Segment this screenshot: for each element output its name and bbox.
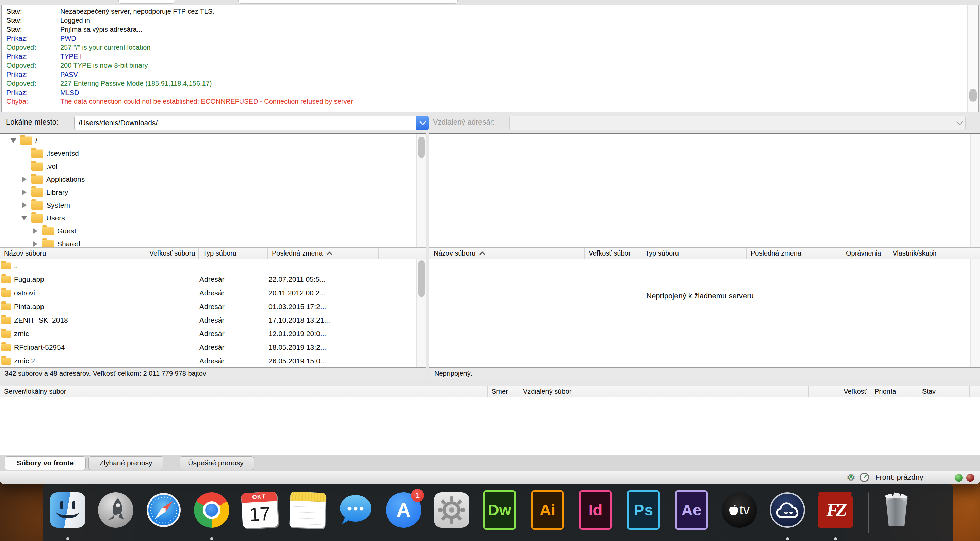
dock-trash-icon[interactable] (879, 492, 914, 528)
local-files-scrollbar-thumb[interactable] (418, 260, 425, 297)
tree-item[interactable]: Guest (0, 224, 426, 237)
chevron-down-icon (419, 118, 426, 125)
dock-cloudapp-icon[interactable] (770, 492, 805, 528)
column-header-type[interactable]: Typ súboru (199, 248, 268, 259)
log-entry-text: PWD (60, 34, 76, 43)
dock-chrome-icon[interactable] (194, 492, 229, 528)
macos-dock: OKT 17 A 1 (43, 484, 953, 541)
file-row[interactable]: zrnic 2 Adresár 26.05.2019 15:0... (0, 354, 426, 368)
dock-photoshop-icon[interactable]: Ps (626, 492, 661, 528)
log-entry: Odpoveď: 257 "/" is your current locatio… (2, 43, 967, 52)
local-site-dropdown-button[interactable] (417, 116, 429, 130)
file-row[interactable]: zrnic Adresár 12.01.2019 20:0... (0, 327, 426, 341)
dock-apple-tv-icon[interactable]: tv (722, 492, 757, 528)
tree-item-label: .fseventsd (46, 150, 79, 158)
dock-safari-icon[interactable] (146, 492, 181, 528)
dock-illustrator-icon[interactable]: Ai (530, 492, 565, 528)
log-entry-label: Odpoveď: (2, 43, 60, 52)
tree-item[interactable]: .fseventsd (0, 147, 426, 160)
column-header-server-local-file[interactable]: Server/lokálny súbor (0, 386, 488, 397)
file-row[interactable]: RFclipart-52954 Adresár 18.05.2019 13:2.… (0, 341, 426, 354)
expand-arrow-icon[interactable] (22, 176, 27, 182)
file-type: Adresár (199, 289, 269, 297)
tree-scrollbar[interactable] (417, 134, 426, 247)
file-row[interactable]: ZENIT_SK_2018 Adresár 17.10.2018 13:21..… (0, 313, 426, 327)
dock-indesign-icon[interactable]: Id (578, 492, 613, 528)
tree-scrollbar-thumb[interactable] (418, 137, 425, 158)
file-row[interactable]: ostrovi Adresár 20.11.2012 00:2... (0, 286, 426, 300)
column-header-name[interactable]: Názov súboru (430, 248, 585, 259)
expand-arrow-icon[interactable] (22, 189, 27, 195)
dock-finder-icon[interactable] (50, 492, 86, 528)
dock-notes-icon[interactable] (290, 492, 325, 528)
tree-item-label: .vol (46, 162, 57, 170)
file-name: ZENIT_SK_2018 (14, 316, 145, 324)
tree-item-label: Users (46, 214, 65, 222)
column-header-modified[interactable]: Posledná zmena (746, 248, 842, 259)
dock-system-preferences-icon[interactable] (434, 492, 469, 528)
collapse-arrow-icon[interactable] (10, 138, 16, 143)
dock-after-effects-icon[interactable]: Ae (674, 492, 709, 528)
collapse-arrow-icon[interactable] (21, 216, 27, 221)
column-header-type[interactable]: Typ súboru (641, 248, 746, 259)
file-modified: 18.05.2019 13:2... (269, 343, 350, 352)
dock-messages-icon[interactable] (338, 492, 373, 528)
queue-tabs: Súbory vo fronte Zlyhané prenosy Úspešné… (0, 455, 980, 471)
dock-appstore-icon[interactable]: A 1 (386, 492, 421, 528)
indesign-letters: Id (579, 490, 612, 530)
tree-item[interactable]: / (0, 134, 426, 147)
calendar-day: 17 (242, 501, 278, 527)
tree-item[interactable]: Library (0, 186, 426, 199)
remote-site-dropdown-button[interactable] (953, 116, 966, 130)
folder-icon (2, 358, 11, 365)
column-header-permissions[interactable]: Oprávnenia (842, 248, 888, 259)
column-header-remote-file[interactable]: Vzdialený súbor (519, 386, 809, 397)
column-header-direction[interactable]: Smer (488, 386, 519, 397)
local-files-scrollbar[interactable] (417, 259, 426, 368)
tab-successful-transfers[interactable]: Úspešné prenosy: (180, 456, 254, 470)
column-header-size[interactable]: Veľkosť (809, 386, 870, 397)
remote-files-scrollbar[interactable] (970, 259, 980, 368)
file-row[interactable]: .. (0, 259, 426, 272)
local-site-combo[interactable]: /Users/denis/Downloads/ (74, 116, 429, 130)
dock-calendar-icon[interactable]: OKT 17 (242, 492, 277, 528)
remote-site-combo[interactable] (509, 116, 966, 130)
tree-item-label: Library (46, 188, 68, 196)
tree-item[interactable]: Users (0, 212, 426, 224)
log-scrollbar[interactable] (967, 5, 978, 112)
file-type: Adresár (199, 316, 269, 324)
dock-dreamweaver-icon[interactable]: Dw (482, 492, 517, 528)
tab-failed-transfers[interactable]: Zlyhané prenosy (89, 456, 163, 470)
log-scrollbar-thumb[interactable] (969, 89, 977, 102)
speed-limit-icon[interactable] (859, 473, 869, 482)
expand-arrow-icon[interactable] (33, 241, 37, 247)
log-entry-text: 257 "/" is your current location (60, 43, 150, 52)
tree-item-label: Shared (57, 240, 80, 247)
tree-item[interactable]: .vol (0, 160, 426, 173)
tab-files-in-queue[interactable]: Súbory vo fronte (5, 456, 86, 470)
tree-item[interactable]: Applications (0, 173, 426, 186)
log-entry-text: Logged in (60, 16, 90, 25)
log-entry-label: Príkaz: (2, 70, 60, 79)
file-row[interactable]: Fugu.app Adresár 22.07.2011 05:5... (0, 272, 426, 286)
file-name: Fugu.app (14, 275, 145, 283)
file-modified: 20.11.2012 00:2... (269, 289, 350, 297)
column-header-owner[interactable]: Vlastník/skupir (888, 248, 965, 259)
column-header-priority[interactable]: Priorita (870, 386, 918, 397)
tree-item[interactable]: System (0, 199, 426, 212)
column-header-modified[interactable]: Posledná zmena (268, 248, 348, 259)
folder-icon (2, 290, 11, 297)
tree-item[interactable]: Shared (0, 237, 426, 247)
file-row[interactable]: Pinta.app Adresár 01.03.2015 17:2... (0, 300, 426, 313)
column-header-name[interactable]: Názov súboru (0, 248, 145, 259)
remote-tree-scrollbar[interactable] (970, 134, 980, 247)
expand-arrow-icon[interactable] (22, 202, 27, 208)
dock-filezilla-icon[interactable]: FZ (818, 492, 853, 528)
dock-launchpad-icon[interactable] (98, 492, 134, 528)
column-header-status[interactable]: Stav (918, 386, 970, 397)
log-entry-label: Príkaz: (2, 88, 60, 97)
column-header-size[interactable]: Veľkosť súbor (585, 248, 641, 259)
column-header-size[interactable]: Veľkosť súboru (145, 248, 199, 259)
expand-arrow-icon[interactable] (33, 228, 37, 234)
autoupdate-gear-icon[interactable]: ⚙A (846, 472, 856, 483)
